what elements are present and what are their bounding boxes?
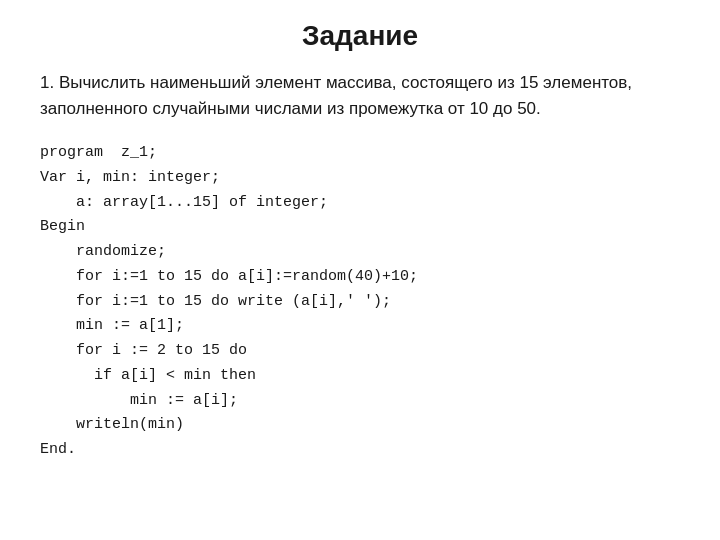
task-description: 1. Вычислить наименьший элемент массива,… (40, 70, 680, 121)
page-title: Задание (302, 20, 418, 52)
code-block: program z_1; Var i, min: integer; a: arr… (40, 141, 680, 463)
